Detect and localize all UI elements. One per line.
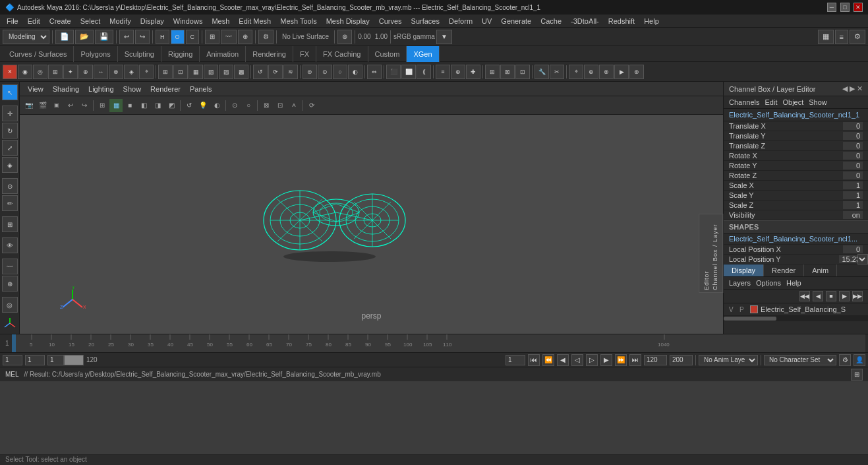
manip-tool-btn[interactable]: ◈ [2, 157, 18, 173]
select-tool-btn[interactable]: ↖ [2, 84, 18, 100]
vp-icon-3[interactable]: ↪ [78, 99, 91, 112]
icon-btn-12[interactable]: ⊡ [173, 65, 188, 79]
channel-local-pos-x[interactable]: Local Position X 0 [724, 245, 868, 255]
icon-btn-23[interactable]: ◐ [348, 65, 362, 79]
menu-mesh-tools[interactable]: Mesh Tools [276, 16, 320, 26]
tab-rigging[interactable]: Rigging [161, 46, 200, 62]
icon-btn-30[interactable]: ✚ [466, 65, 480, 79]
play-to-end-btn[interactable]: ⏭ [629, 354, 641, 366]
play-fwd-btn[interactable]: ▷ [586, 354, 598, 366]
vp-icon-solid[interactable]: ■ [123, 99, 136, 112]
close-btn[interactable]: ✕ [854, 3, 863, 12]
prev-key-btn[interactable]: ⏪ [542, 354, 554, 366]
menu-windows[interactable]: Windows [169, 16, 207, 26]
channel-scale-x[interactable]: Scale X 1 [724, 181, 868, 191]
menu-edit[interactable]: Edit [24, 16, 44, 26]
icon-btn-29[interactable]: ⊕ [451, 65, 465, 79]
layers-menu-help[interactable]: Help [786, 279, 801, 287]
icon-btn-8[interactable]: ⊗ [109, 65, 123, 79]
anim-layer-select[interactable]: No Anim Layer [699, 355, 758, 365]
vp-menu-view[interactable]: View [24, 84, 47, 94]
channel-rotate-y[interactable]: Rotate Y 0 [724, 161, 868, 171]
channel-translate-x[interactable]: Translate X 0 [724, 121, 868, 131]
channel-visibility[interactable]: Visibility on [724, 210, 868, 220]
tab-curves-surfaces[interactable]: Curves / Surfaces [3, 46, 74, 62]
select-by-component[interactable]: C [186, 30, 200, 44]
icon-btn-21[interactable]: ⊙ [318, 65, 332, 79]
icon-btn-33[interactable]: ⊡ [515, 65, 530, 79]
menu-file[interactable]: File [3, 16, 22, 26]
icon-btn-15[interactable]: ▨ [219, 65, 233, 79]
vp-icon-shadow[interactable]: ◐ [210, 99, 223, 112]
icon-btn-27[interactable]: ⟪ [417, 65, 431, 79]
icon-btn-38[interactable]: ⊗ [599, 65, 614, 79]
vp-menu-panels[interactable]: Panels [186, 84, 216, 94]
tab-display[interactable]: Display [724, 264, 764, 276]
menu-surfaces[interactable]: Surfaces [407, 16, 444, 26]
menu-mesh-display[interactable]: Mesh Display [322, 16, 374, 26]
vp-menu-lighting[interactable]: Lighting [84, 84, 118, 94]
vp-icon-1[interactable]: ▣ [50, 99, 63, 112]
menu-edit-mesh[interactable]: Edit Mesh [235, 16, 275, 26]
icon-btn-35[interactable]: ✂ [550, 65, 564, 79]
snap-grid[interactable]: ⊞ [205, 30, 219, 44]
vp-icon-a[interactable]: A [287, 99, 301, 112]
start-frame-input[interactable] [25, 355, 45, 365]
channel-scale-z[interactable]: Scale Z 1 [724, 201, 868, 210]
icon-btn-10[interactable]: ⌖ [139, 65, 154, 79]
tab-xgen[interactable]: XGen [407, 46, 439, 62]
play-back-btn[interactable]: ◁ [571, 354, 583, 366]
prev-frame-btn[interactable]: ◀ [557, 354, 569, 366]
layer-scrollbar[interactable] [724, 316, 868, 321]
minimize-btn[interactable]: ─ [827, 3, 836, 12]
channel-box-toggle[interactable]: ▦ [818, 30, 834, 44]
icon-btn-2[interactable]: ◉ [18, 65, 32, 79]
icon-btn-26[interactable]: ⬜ [401, 65, 416, 79]
tab-custom[interactable]: Custom [368, 46, 407, 62]
cb-icon-1[interactable]: ◀ [842, 84, 848, 93]
icon-btn-11[interactable]: ⊞ [158, 65, 173, 79]
vp-menu-shading[interactable]: Shading [49, 84, 83, 94]
channel-scale-y[interactable]: Scale Y 1 [724, 191, 868, 201]
cb-menu-show[interactable]: Show [809, 98, 827, 106]
icon-btn-17[interactable]: ↺ [253, 65, 268, 79]
playhead-input[interactable] [47, 355, 64, 365]
cb-menu-channels[interactable]: Channels [729, 98, 759, 106]
snap-curve[interactable]: 〰 [221, 30, 237, 44]
color-space-dropdown[interactable]: ▼ [436, 30, 452, 44]
menu-deform[interactable]: Deform [445, 16, 477, 26]
layer-scrollbar-thumb[interactable] [724, 317, 776, 321]
workspace-select[interactable]: Modeling [3, 30, 49, 44]
layers-menu-layers[interactable]: Layers [729, 279, 751, 287]
tab-animation[interactable]: Animation [200, 46, 246, 62]
soft-select-btn[interactable]: ◎ [2, 297, 18, 313]
vp-icon-shade-all[interactable]: ↺ [183, 99, 196, 112]
vp-icon-grid[interactable]: ⊞ [96, 99, 109, 112]
vp-icon-2[interactable]: ↩ [64, 99, 77, 112]
icon-btn-40[interactable]: ⊛ [629, 65, 644, 79]
icon-btn-18[interactable]: ⟳ [268, 65, 283, 79]
icon-btn-24[interactable]: ⇔ [367, 65, 382, 79]
play-to-start-btn[interactable]: ⏮ [528, 354, 540, 366]
menu-uv[interactable]: UV [478, 16, 496, 26]
channel-translate-y[interactable]: Translate Y 0 [724, 131, 868, 141]
icon-btn-19[interactable]: ≋ [283, 65, 298, 79]
vp-icon-hud[interactable]: ⊠ [260, 99, 273, 112]
tab-polygons[interactable]: Polygons [74, 46, 117, 62]
next-key-btn[interactable]: ⏩ [615, 354, 627, 366]
icon-btn-22[interactable]: ○ [333, 65, 347, 79]
snap-tool-btn[interactable]: ⊕ [2, 276, 18, 292]
icon-btn-5[interactable]: ✦ [63, 65, 78, 79]
vp-icon-gate[interactable]: ⊡ [274, 99, 287, 112]
icon-btn-39[interactable]: ▶ [614, 65, 629, 79]
snap-point[interactable]: ⊕ [238, 30, 252, 44]
tab-anim[interactable]: Anim [804, 264, 837, 276]
select-by-hierarchy[interactable]: H [156, 30, 169, 44]
tab-sculpting[interactable]: Sculpting [118, 46, 161, 62]
icon-btn-13[interactable]: ▦ [188, 65, 203, 79]
channel-rotate-x[interactable]: Rotate X 0 [724, 151, 868, 161]
icon-btn-25[interactable]: ⬛ [386, 65, 401, 79]
maximize-btn[interactable]: □ [840, 3, 850, 12]
menu-modify[interactable]: Modify [105, 16, 134, 26]
menu-generate[interactable]: Generate [497, 16, 535, 26]
